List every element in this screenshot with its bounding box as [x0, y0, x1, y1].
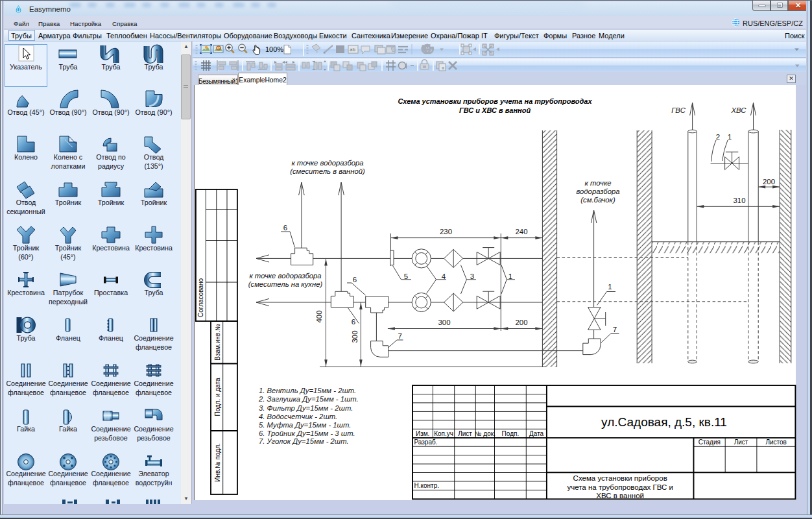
svg-text:1: 1	[608, 283, 612, 291]
svg-text:310: 310	[733, 197, 745, 204]
svg-text:ab: ab	[350, 47, 355, 53]
svg-text:ГВС и ХВС в ванной: ГВС и ХВС в ванной	[459, 106, 531, 114]
svg-text:200: 200	[763, 178, 775, 186]
svg-text:1: 1	[728, 133, 732, 141]
svg-text:6. Тройник Ду=15мм - 3 шт.: 6. Тройник Ду=15мм - 3 шт.	[259, 429, 355, 437]
svg-text:ХВС в ванной: ХВС в ванной	[596, 492, 644, 500]
svg-text:(смеситель на кухне): (смеситель на кухне)	[248, 280, 323, 288]
svg-text:Схема установки приборов: Схема установки приборов	[573, 474, 667, 482]
svg-text:7: 7	[398, 332, 401, 340]
svg-text:300: 300	[351, 330, 359, 343]
svg-text:Лист: Лист	[734, 439, 748, 446]
svg-text:Подп. и дата: Подп. и дата	[214, 378, 221, 416]
svg-text:200: 200	[515, 319, 527, 326]
svg-text:5: 5	[404, 272, 408, 280]
svg-text:учета на трубопроводах ГВС и: учета на трубопроводах ГВС и	[567, 483, 673, 491]
svg-text:4. Водосчетчик - 2шт.: 4. Водосчетчик - 2шт.	[259, 413, 337, 420]
svg-text:к точке водоразбора: к точке водоразбора	[291, 159, 363, 167]
svg-text:1. Вентиль Ду=15мм - 2шт.: 1. Вентиль Ду=15мм - 2шт.	[259, 387, 356, 394]
svg-text:Разраб.: Разраб.	[414, 439, 438, 446]
svg-text:7. Уголок Ду=15мм - 2шт.: 7. Уголок Ду=15мм - 2шт.	[259, 437, 349, 445]
svg-text:Согласовано: Согласовано	[197, 278, 204, 318]
svg-text:Лист: Лист	[458, 430, 472, 437]
svg-text:к точке: к точке	[585, 179, 612, 187]
svg-text:230: 230	[440, 228, 452, 235]
svg-text:6: 6	[283, 224, 287, 232]
svg-text:водоразбора: водоразбора	[576, 187, 619, 195]
svg-text:Дата: Дата	[529, 430, 544, 437]
svg-text:400: 400	[315, 310, 323, 322]
svg-text:240: 240	[515, 228, 527, 235]
svg-text:2. Заглушка Ду=15мм - 1шт.: 2. Заглушка Ду=15мм - 1шт.	[258, 395, 359, 403]
svg-text:4: 4	[442, 272, 446, 280]
svg-text:Коп.уч: Коп.уч	[434, 430, 453, 437]
svg-text:7: 7	[613, 326, 617, 333]
svg-text:5. Муфта Ду=15мм - 1шт.: 5. Муфта Ду=15мм - 1шт.	[259, 421, 351, 429]
svg-text:3. Фильтр Ду=15мм - 2шт.: 3. Фильтр Ду=15мм - 2шт.	[259, 404, 353, 412]
svg-text:Взам.инв.№: Взам.инв.№	[214, 324, 221, 361]
svg-text:к точке водоразбора: к точке водоразбора	[249, 272, 321, 280]
svg-text:Инв.№ подл.: Инв.№ подл.	[214, 443, 221, 482]
svg-text:3: 3	[470, 272, 474, 280]
svg-text:Стадия: Стадия	[699, 439, 721, 446]
svg-text:(смеситель в ванной): (смеситель в ванной)	[290, 167, 365, 175]
svg-text:6: 6	[353, 276, 357, 284]
svg-text:Схема установки приборов учета: Схема установки приборов учета на трубоп…	[398, 97, 592, 105]
svg-text:100%: 100%	[265, 45, 283, 53]
svg-text:ХВС: ХВС	[731, 106, 747, 114]
svg-text:6: 6	[352, 318, 355, 326]
svg-text:2: 2	[716, 133, 720, 141]
svg-text:1: 1	[508, 272, 512, 280]
svg-text:Подп.: Подп.	[502, 430, 519, 437]
svg-text:Изм.: Изм.	[416, 430, 429, 437]
svg-text:300: 300	[438, 319, 450, 326]
svg-text:ул.Садовая, д.5, кв.11: ул.Садовая, д.5, кв.11	[601, 415, 727, 429]
svg-text:№ док.: № док.	[475, 430, 496, 437]
svg-text:Листов: Листов	[765, 439, 787, 446]
svg-text:Н.контр.: Н.контр.	[414, 482, 440, 489]
svg-text:(см.бачок): (см.бачок)	[580, 196, 615, 204]
svg-text:ГВС: ГВС	[671, 106, 686, 114]
